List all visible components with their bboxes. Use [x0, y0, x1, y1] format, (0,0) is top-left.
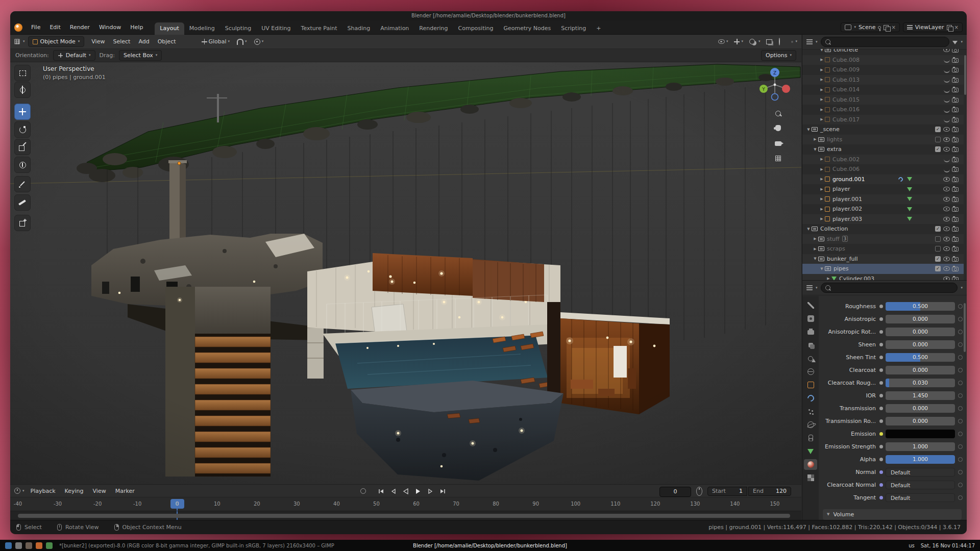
tab-texture-paint[interactable]: Texture Paint: [296, 22, 342, 35]
shading-material-button[interactable]: [787, 41, 789, 43]
shading-rendered-button[interactable]: [791, 41, 793, 43]
expand-icon[interactable]: ▶: [825, 277, 831, 280]
expand-icon[interactable]: ▶: [819, 207, 825, 211]
outliner-editor-icon[interactable]: [806, 39, 813, 44]
eye-closed-icon[interactable]: [944, 89, 950, 93]
timeline-ruler[interactable]: 0 -40-30-20-1001020304050607080901001101…: [10, 497, 801, 511]
viewport-menu-object[interactable]: Object: [154, 37, 180, 46]
eye-icon[interactable]: [943, 197, 950, 202]
outliner-row-player-001[interactable]: ▶player.001: [802, 194, 964, 205]
camera-render-icon[interactable]: [952, 167, 959, 172]
menu-window[interactable]: Window: [94, 22, 126, 32]
close-icon[interactable]: ×: [891, 25, 895, 30]
jump-to-start-button[interactable]: [376, 487, 387, 496]
new-viewlayer-icon[interactable]: [947, 25, 952, 30]
timeline-track-area[interactable]: [10, 511, 801, 520]
properties-tab-physics[interactable]: [804, 419, 817, 430]
collapse-icon[interactable]: ▼: [805, 227, 812, 231]
camera-render-icon[interactable]: [952, 147, 959, 152]
keyframe-decorator-icon[interactable]: [958, 457, 963, 462]
eye-icon[interactable]: [943, 49, 950, 52]
camera-render-icon[interactable]: [952, 187, 959, 192]
camera-view-button[interactable]: [771, 137, 785, 150]
menu-file[interactable]: File: [27, 22, 45, 32]
outliner-row-bunker-full[interactable]: ▼bunker_full✓: [802, 254, 964, 264]
outliner-row-collection[interactable]: ▼Collection✓: [802, 224, 964, 234]
expand-icon[interactable]: ▶: [812, 247, 818, 251]
checkbox-checked-icon[interactable]: ✓: [935, 226, 941, 232]
properties-editor-icon[interactable]: [806, 285, 813, 290]
checkbox-checked-icon[interactable]: ✓: [935, 266, 941, 271]
eye-closed-icon[interactable]: [944, 79, 950, 83]
keyframe-decorator-icon[interactable]: [958, 317, 963, 321]
expand-icon[interactable]: ▶: [819, 97, 825, 102]
eye-icon[interactable]: [943, 187, 950, 191]
expand-icon[interactable]: ▶: [812, 237, 818, 241]
normal-field[interactable]: Default: [886, 468, 955, 477]
orientation-default-dropdown[interactable]: Default ▾: [53, 50, 95, 61]
outliner-row-cube-008[interactable]: ▶Cube.008: [802, 55, 964, 65]
properties-search-input[interactable]: [834, 284, 953, 291]
anisotropic-rot-field[interactable]: 0.000: [886, 328, 955, 336]
checkbox-unchecked-icon[interactable]: [935, 246, 941, 252]
eye-icon[interactable]: [943, 217, 950, 221]
expand-icon[interactable]: ▶: [819, 167, 825, 171]
keyframe-decorator-icon[interactable]: [958, 368, 963, 372]
camera-render-icon[interactable]: [952, 128, 959, 132]
expand-icon[interactable]: ▶: [819, 78, 825, 82]
drag-mode-dropdown[interactable]: Select Box ▾: [119, 50, 162, 61]
expand-icon[interactable]: ▶: [819, 88, 825, 92]
ior-field[interactable]: 1.450: [886, 391, 955, 400]
tab-rendering[interactable]: Rendering: [414, 22, 453, 35]
gizmos-toggle[interactable]: ▾: [732, 37, 745, 46]
options-dropdown[interactable]: Options ▾: [761, 50, 796, 61]
expand-icon[interactable]: ▶: [819, 68, 825, 72]
pan-button[interactable]: [771, 121, 785, 135]
keyframe-decorator-icon[interactable]: [958, 432, 963, 436]
outliner-row-pipes[interactable]: ▼pipes✓: [802, 264, 964, 274]
collapse-icon[interactable]: ▼: [812, 147, 818, 152]
eye-closed-icon[interactable]: [944, 109, 950, 113]
keyframe-decorator-icon[interactable]: [958, 381, 963, 385]
camera-render-icon[interactable]: [952, 49, 959, 53]
outliner-row-cube-013[interactable]: ▶Cube.013: [802, 75, 964, 85]
tab-uv-editing[interactable]: UV Editing: [256, 22, 296, 35]
outliner-row-extra[interactable]: ▼extra✓: [802, 144, 964, 155]
play-reverse-button[interactable]: [400, 487, 411, 496]
outliner-row-player-003[interactable]: ▶player.003: [802, 214, 964, 224]
jump-to-end-button[interactable]: [437, 487, 448, 496]
tool-scale[interactable]: [14, 139, 31, 155]
editor-type-icon[interactable]: [15, 39, 20, 44]
expand-icon[interactable]: ▶: [819, 187, 825, 191]
emission-strength-field[interactable]: 1.000: [886, 442, 955, 451]
outliner-row-cube-014[interactable]: ▶Cube.014: [802, 85, 964, 95]
timeline-menu-marker[interactable]: Marker: [111, 486, 139, 496]
timeline-editor-icon[interactable]: [14, 488, 20, 494]
eye-icon[interactable]: [943, 266, 950, 271]
eye-closed-icon[interactable]: [944, 98, 950, 103]
eye-icon[interactable]: [943, 147, 950, 152]
frame-end-field[interactable]: End 120: [748, 487, 791, 496]
taskbar-clock[interactable]: Sat, 16 Nov 01:44:17: [921, 543, 975, 548]
properties-search[interactable]: [821, 283, 958, 293]
properties-tab-view-layer[interactable]: [804, 340, 817, 350]
checkbox-unchecked-icon[interactable]: [935, 137, 941, 142]
tool-add-cube[interactable]: [14, 215, 31, 231]
eye-icon[interactable]: [943, 246, 950, 251]
chevron-down-icon[interactable]: ▾: [961, 286, 963, 290]
expand-icon[interactable]: ▶: [819, 58, 825, 62]
collapse-icon[interactable]: ▼: [812, 257, 818, 261]
eye-icon[interactable]: [943, 137, 950, 142]
eye-icon[interactable]: [943, 177, 950, 182]
clearcoat-normal-field[interactable]: Default: [886, 481, 955, 489]
keyframe-decorator-icon[interactable]: [958, 495, 963, 500]
outliner-row-cube-006[interactable]: ▶Cube.006: [802, 164, 964, 174]
tab-layout[interactable]: Layout: [155, 22, 184, 35]
taskbar-icon-editor[interactable]: [46, 542, 53, 549]
camera-render-icon[interactable]: [952, 247, 959, 252]
expand-icon[interactable]: ▶: [819, 117, 825, 121]
outliner-search-input[interactable]: [834, 38, 945, 45]
ortho-toggle-button[interactable]: [771, 152, 785, 165]
keyframe-decorator-icon[interactable]: [958, 330, 963, 334]
proportional-editing-toggle[interactable]: ▾: [252, 37, 266, 46]
